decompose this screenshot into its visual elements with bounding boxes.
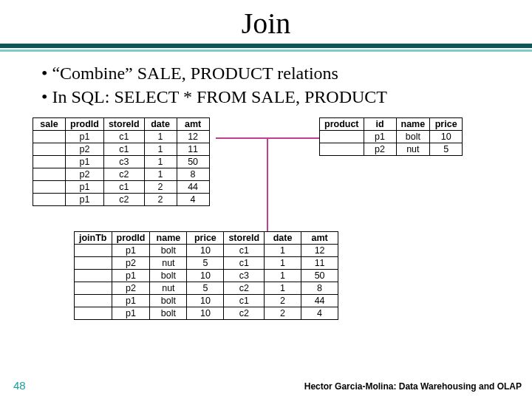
col-header: price <box>187 232 224 245</box>
col-header: date <box>265 232 301 245</box>
bullet-list: • “Combine” SALE, PRODUCT relations • In… <box>0 62 532 117</box>
footer-credit: Hector Garcia-Molina: Data Warehousing a… <box>304 381 522 392</box>
col-header: date <box>144 118 177 131</box>
bullet-item: • “Combine” SALE, PRODUCT relations <box>41 62 532 86</box>
table-header-row: product id name price <box>320 118 463 131</box>
table-row: p1c1112 <box>33 131 210 143</box>
bullet-text: “Combine” SALE, PRODUCT relations <box>52 64 338 83</box>
col-header: price <box>430 118 463 131</box>
table-header-row: joinTb prodId name price storeId date am… <box>75 232 338 245</box>
col-header: prodId <box>112 232 150 245</box>
title-rule-thin <box>0 50 532 52</box>
table-row: p1c1244 <box>33 181 210 194</box>
table-row: p1c3150 <box>33 156 210 168</box>
product-table: product id name price p1bolt10 p2nut5 <box>319 117 463 156</box>
col-header: storeId <box>224 232 265 245</box>
col-header: sale <box>33 118 66 131</box>
col-header: amt <box>301 232 338 245</box>
table-header-row: sale prodId storeId date amt <box>33 118 210 131</box>
bullet-text: In SQL: SELECT * FROM SALE, PRODUCT <box>52 87 387 106</box>
col-header: storeId <box>103 118 144 131</box>
slide-title: Join <box>0 0 532 44</box>
sale-table: sale prodId storeId date amt p1c1112 p2c… <box>33 117 210 206</box>
table-row: p1c224 <box>33 194 210 206</box>
table-row: p2nut5 <box>320 143 463 156</box>
join-table: joinTb prodId name price storeId date am… <box>74 231 338 320</box>
col-header: name <box>150 232 187 245</box>
col-header: id <box>364 118 396 131</box>
bullet-item: • In SQL: SELECT * FROM SALE, PRODUCT <box>41 86 532 109</box>
slide-number: 48 <box>13 379 26 392</box>
table-row: p1bolt10 <box>320 131 463 143</box>
col-header: name <box>396 118 430 131</box>
top-tables-area: sale prodId storeId date amt p1c1112 p2c… <box>0 117 532 221</box>
table-row: p1bolt10c1112 <box>75 245 338 257</box>
table-row: p1bolt10c1244 <box>75 295 338 307</box>
table-row: p2nut5c1111 <box>75 257 338 270</box>
col-header: amt <box>177 118 209 131</box>
col-header: joinTb <box>75 232 112 245</box>
col-header: product <box>320 118 364 131</box>
title-rule-thick <box>0 44 532 48</box>
bottom-table-area: joinTb prodId name price storeId date am… <box>0 231 532 320</box>
table-row: p1bolt10c3150 <box>75 270 338 282</box>
table-row: p2c218 <box>33 168 210 181</box>
table-row: p2c1111 <box>33 143 210 156</box>
col-header: prodId <box>66 118 104 131</box>
table-row: p2nut5c218 <box>75 282 338 295</box>
table-row: p1bolt10c224 <box>75 307 338 320</box>
